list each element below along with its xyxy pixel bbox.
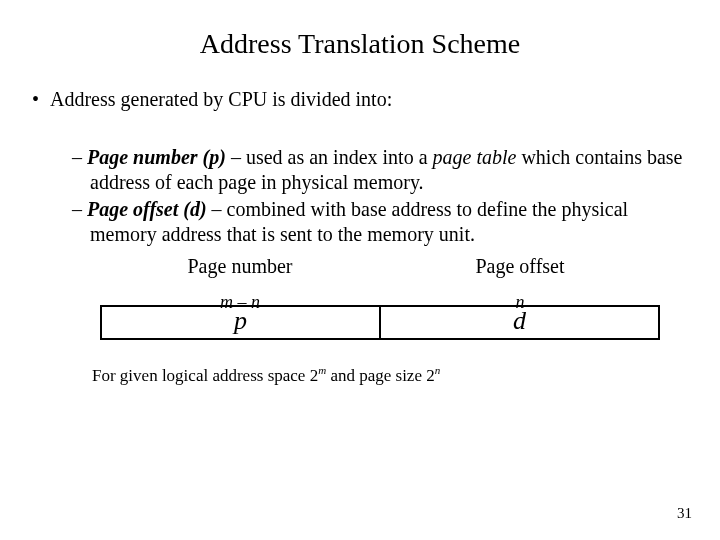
slide-title: Address Translation Scheme bbox=[30, 28, 690, 60]
diagram-labels: Page number Page offset bbox=[100, 255, 660, 278]
address-diagram: Page number Page offset m – n n p d bbox=[100, 255, 660, 340]
footnote-mid: and page size 2 bbox=[326, 365, 435, 384]
page-number: 31 bbox=[677, 505, 692, 522]
sub-bullet-page-number: Page number (p) – used as an index into … bbox=[72, 145, 690, 195]
sep: – bbox=[226, 146, 246, 168]
box-d: d bbox=[381, 307, 658, 338]
label-page-offset: Page offset bbox=[380, 255, 660, 278]
main-bullet: Address generated by CPU is divided into… bbox=[32, 88, 690, 111]
diagram-boxes: p d bbox=[100, 305, 660, 340]
box-p: p bbox=[102, 307, 381, 338]
sub-bullet-page-offset: Page offset (d) – combined with base add… bbox=[72, 197, 690, 247]
footnote-pre: For given logical address space 2 bbox=[92, 365, 318, 384]
footnote-sup-n: n bbox=[435, 364, 441, 376]
label-page-number: Page number bbox=[100, 255, 380, 278]
sep: – bbox=[207, 198, 227, 220]
footnote-sup-m: m bbox=[318, 364, 326, 376]
term-page-offset: Page offset (d) bbox=[87, 198, 207, 220]
text: used as an index into a bbox=[246, 146, 433, 168]
term-page-table: page table bbox=[433, 146, 517, 168]
term-page-number: Page number (p) bbox=[87, 146, 226, 168]
footnote: For given logical address space 2m and p… bbox=[92, 364, 690, 386]
